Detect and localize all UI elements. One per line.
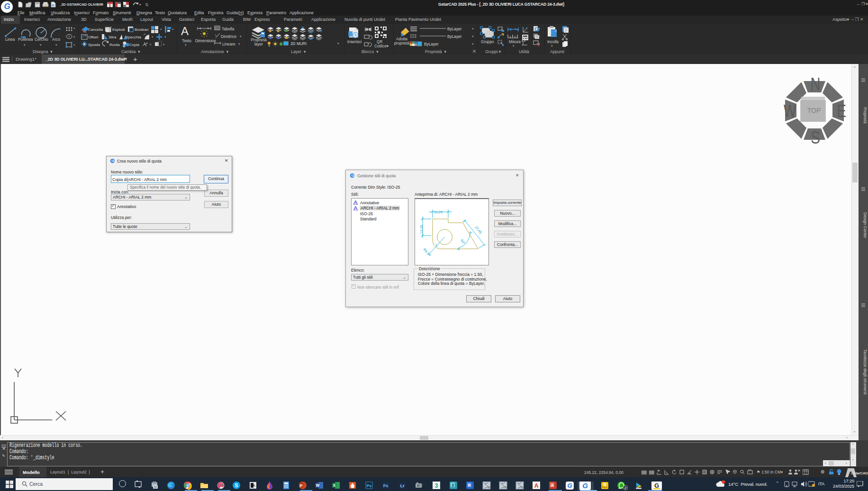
svg-text:▾: ▾ [163,43,165,46]
svg-text:▾: ▾ [73,43,75,46]
svg-text:Boolean: Boolean [135,27,148,32]
svg-text:Offset: Offset [88,35,99,39]
svg-text:Lr: Lr [400,483,405,488]
svg-text:12: 12 [521,486,524,489]
svg-text:R: R [468,483,470,488]
svg-text:Esplodi: Esplodi [112,27,125,32]
svg-text:Specchia: Specchia [126,35,141,39]
svg-text:11,29: 11,29 [434,210,443,214]
svg-text:▾: ▾ [73,27,75,30]
svg-text:▾: ▾ [139,3,141,6]
svg-text:▾: ▾ [73,35,75,38]
svg-text:11: 11 [505,486,508,489]
svg-text:▾: ▾ [172,27,174,31]
svg-text:Stira: Stira [108,35,117,39]
svg-text:G: G [567,482,572,489]
svg-text:R6,94: R6,94 [422,247,432,257]
svg-text:S: S [235,482,238,488]
svg-text:A: A [551,483,553,488]
svg-text:Ps: Ps [383,483,389,488]
svg-text:▾: ▾ [152,35,154,38]
svg-text:2: 2 [624,486,627,490]
svg-text:▾: ▾ [150,43,152,46]
svg-text:G: G [654,482,659,489]
svg-text:E: E [837,101,846,121]
svg-text:X: X [333,483,336,488]
svg-text:Player: Player [602,486,608,489]
svg-text:3: 3 [435,482,438,489]
svg-text:W: W [316,483,320,488]
svg-text:▾: ▾ [164,35,166,38]
svg-text:Copia: Copia [129,43,139,47]
svg-text:Cancella: Cancella [88,27,103,32]
svg-text:▾: ▾ [160,27,162,31]
svg-text:A: A [253,483,255,488]
svg-text:A: A [534,482,539,489]
svg-text:TOP: TOP [807,107,821,114]
svg-text:P: P [299,483,302,488]
svg-text:Ruota: Ruota [109,43,120,47]
svg-text:60°: 60° [460,238,466,245]
svg-text:W: W [784,101,796,121]
svg-text:N: N [811,77,821,94]
svg-text:⇅: ⇅ [145,2,149,7]
svg-text:G: G [582,482,588,490]
svg-text:11: 11 [488,486,491,489]
svg-text:Sposta: Sposta [88,43,100,47]
svg-text:13,28: 13,28 [419,225,424,234]
svg-text:Ps: Ps [367,483,372,488]
svg-text:S: S [811,128,820,144]
svg-text:3: 3 [452,483,454,488]
